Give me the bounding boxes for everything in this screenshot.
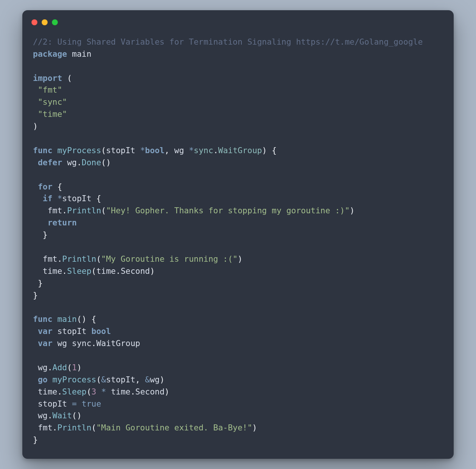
kw-var: var — [38, 339, 53, 348]
id-waitgroup: WaitGroup — [96, 339, 140, 348]
op-star: * — [140, 146, 145, 155]
id-fmt: fmt — [48, 206, 62, 215]
id-wg: wg — [150, 375, 160, 384]
comma: , — [135, 375, 140, 384]
op-eq: = — [72, 399, 77, 408]
brace: } — [33, 435, 38, 444]
id-second: Second — [135, 387, 165, 396]
fn-println: Println — [62, 254, 96, 264]
code-block: //2: Using Shared Variables for Terminat… — [33, 36, 443, 446]
paren: ) — [262, 146, 267, 155]
dot: . — [57, 254, 62, 264]
id-time: time — [111, 387, 131, 396]
dot: . — [57, 387, 62, 396]
id-stopit: stopIt — [57, 326, 86, 336]
dot: . — [131, 387, 135, 396]
kw-func: func — [33, 314, 53, 324]
id-fmt: fmt — [38, 423, 53, 432]
id-wg: wg — [38, 411, 48, 420]
fn-add: Add — [53, 363, 67, 372]
op-star: * — [189, 146, 194, 155]
kw-go: go — [38, 375, 48, 384]
pkg-main: main — [72, 49, 92, 59]
brace: } — [43, 230, 48, 239]
fn-sleep: Sleep — [62, 387, 86, 396]
code-window: //2: Using Shared Variables for Terminat… — [22, 10, 454, 459]
id-second: Second — [121, 266, 150, 276]
paren: ( — [92, 423, 96, 432]
param-stopit: stopIt — [106, 146, 135, 155]
kw-var: var — [38, 326, 53, 336]
num-1: 1 — [72, 363, 77, 372]
fn-main: main — [57, 314, 77, 324]
brace: } — [33, 290, 38, 300]
comma: , — [165, 146, 170, 155]
id-time: time — [38, 387, 58, 396]
paren: ( — [101, 146, 106, 155]
kw-defer: defer — [38, 158, 62, 167]
page-background: //2: Using Shared Variables for Terminat… — [0, 0, 476, 469]
kw-import: import — [33, 73, 62, 83]
zoom-icon[interactable] — [52, 19, 58, 25]
paren: ) — [33, 121, 38, 131]
brace: { — [272, 146, 277, 155]
str-exit: "Main Goroutine exited. Ba-Bye!" — [96, 423, 252, 432]
str-running: "My Goroutine is running :(" — [101, 254, 238, 264]
lit-true: true — [82, 399, 101, 408]
op-amp: & — [101, 375, 106, 384]
paren: ) — [77, 363, 82, 372]
brace: { — [92, 314, 96, 324]
id-stopit: stopIt — [38, 399, 67, 408]
paren: ( — [96, 375, 101, 384]
brace: } — [38, 278, 43, 288]
kw-if: if — [43, 194, 53, 203]
paren: ) — [165, 387, 170, 396]
kw-return: return — [48, 218, 77, 227]
import-sync: "sync" — [38, 97, 67, 107]
id-time: time — [96, 266, 116, 276]
window-titlebar — [31, 19, 443, 26]
paren: ( — [96, 254, 101, 264]
dot: . — [77, 158, 82, 167]
kw-func: func — [33, 146, 53, 155]
str-thanks: "Hey! Gopher. Thanks for stopping my gor… — [106, 206, 350, 215]
dot: . — [116, 266, 121, 276]
dot: . — [53, 423, 58, 432]
fn-myprocess: myProcess — [57, 146, 101, 155]
id-stopit: stopIt — [62, 194, 91, 203]
paren: ) — [238, 254, 243, 264]
paren: ) — [350, 206, 355, 215]
type-bool: bool — [92, 326, 111, 336]
kw-for: for — [38, 182, 53, 191]
paren: ) — [160, 375, 165, 384]
paren: () — [101, 158, 111, 167]
id-wg: wg — [67, 158, 77, 167]
paren: ) — [252, 423, 257, 432]
paren: ( — [67, 73, 72, 83]
id-fmt: fmt — [43, 254, 58, 264]
code-comment: //2: Using Shared Variables for Terminat… — [33, 37, 423, 47]
dot: . — [213, 146, 218, 155]
param-wg: wg — [174, 146, 184, 155]
close-icon[interactable] — [31, 19, 37, 25]
type-waitgroup: WaitGroup — [218, 146, 262, 155]
paren: ( — [67, 363, 72, 372]
minimize-icon[interactable] — [42, 19, 48, 25]
brace: { — [57, 182, 62, 191]
paren: ( — [87, 387, 92, 396]
paren: ) — [150, 266, 155, 276]
fn-sleep: Sleep — [67, 266, 91, 276]
import-time: "time" — [38, 109, 67, 119]
dot: . — [62, 266, 67, 276]
id-wg: wg — [38, 363, 48, 372]
paren: ( — [92, 266, 96, 276]
id-sync: sync — [72, 339, 92, 348]
op-star: * — [57, 194, 62, 203]
paren: () — [72, 411, 82, 420]
fn-myprocess: myProcess — [53, 375, 96, 384]
brace: { — [96, 194, 101, 203]
kw-package: package — [33, 49, 67, 59]
dot: . — [62, 206, 67, 215]
op-star: * — [101, 387, 106, 396]
id-wg: wg — [57, 339, 67, 348]
